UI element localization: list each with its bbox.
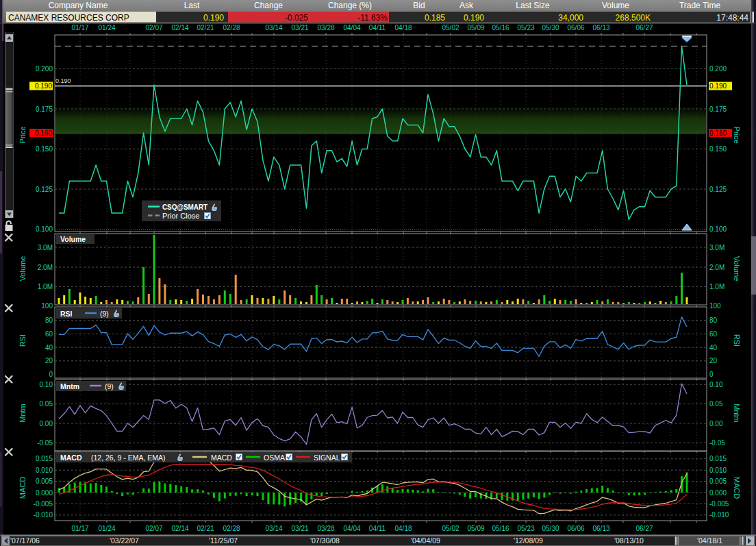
svg-text:0.125: 0.125 xyxy=(709,186,727,193)
svg-text:0.10: 0.10 xyxy=(40,381,53,388)
svg-text:CSQ@SMART: CSQ@SMART xyxy=(162,203,207,211)
svg-text:'04/04/09: '04/04/09 xyxy=(411,536,440,545)
svg-text:0.150: 0.150 xyxy=(709,145,727,153)
svg-text:Mntm: Mntm xyxy=(18,404,27,423)
svg-text:-0.010: -0.010 xyxy=(34,511,53,519)
svg-text:-0.005: -0.005 xyxy=(34,500,53,508)
svg-text:0.00: 0.00 xyxy=(40,420,53,427)
svg-text:'07/17/06: '07/17/06 xyxy=(10,536,40,545)
svg-text:03/21: 03/21 xyxy=(291,24,308,32)
svg-text:0.125: 0.125 xyxy=(36,186,53,193)
svg-text:05/16: 05/16 xyxy=(492,24,509,32)
svg-text:Mntm: Mntm xyxy=(733,404,741,423)
svg-text:0.190: 0.190 xyxy=(55,77,71,84)
svg-text:0.160: 0.160 xyxy=(35,129,52,137)
svg-text:0.010: 0.010 xyxy=(36,467,53,474)
svg-text:0.175: 0.175 xyxy=(36,106,53,113)
svg-text:0.175: 0.175 xyxy=(709,106,727,113)
svg-text:Company Name: Company Name xyxy=(49,1,108,10)
svg-text:17:48:44: 17:48:44 xyxy=(716,13,748,23)
svg-text:'03/22/07: '03/22/07 xyxy=(110,536,139,545)
svg-text:05/30: 05/30 xyxy=(542,24,559,32)
svg-text:Price: Price xyxy=(18,126,27,143)
svg-text:06/27: 06/27 xyxy=(635,24,653,32)
svg-text:-0.010: -0.010 xyxy=(709,511,729,519)
svg-text:Volume: Volume xyxy=(602,1,629,10)
svg-text:02/21: 02/21 xyxy=(197,24,214,32)
svg-text:05/09: 05/09 xyxy=(467,525,484,532)
svg-text:(9): (9) xyxy=(105,382,114,390)
svg-text:3.0M: 3.0M xyxy=(38,244,53,251)
svg-text:Price: Price xyxy=(733,126,741,143)
svg-text:'12/08/09: '12/08/09 xyxy=(514,536,543,545)
svg-text:0.00: 0.00 xyxy=(709,420,723,427)
svg-text:Change: Change xyxy=(254,1,283,10)
svg-text:Change (%): Change (%) xyxy=(328,1,372,10)
svg-text:Trade Time: Trade Time xyxy=(679,1,721,10)
svg-text:03/14: 03/14 xyxy=(265,24,282,32)
svg-text:80: 80 xyxy=(709,317,718,324)
svg-text:34,000: 34,000 xyxy=(558,13,583,23)
svg-text:0.190: 0.190 xyxy=(203,13,224,23)
svg-text:05/09: 05/09 xyxy=(467,24,484,32)
svg-text:02/07: 02/07 xyxy=(145,24,162,32)
svg-text:-0.025: -0.025 xyxy=(285,13,308,23)
svg-text:Prior Close: Prior Close xyxy=(162,212,199,220)
svg-text:02/14: 02/14 xyxy=(171,525,188,532)
svg-text:0.100: 0.100 xyxy=(36,225,53,233)
svg-text:0.000: 0.000 xyxy=(709,489,727,497)
svg-text:05/02: 05/02 xyxy=(442,525,459,532)
svg-text:02/28: 02/28 xyxy=(223,24,240,32)
svg-text:06/06: 06/06 xyxy=(567,24,584,32)
svg-text:0.015: 0.015 xyxy=(36,455,53,462)
svg-text:Ask: Ask xyxy=(459,1,474,10)
svg-text:02/07: 02/07 xyxy=(145,525,162,532)
svg-text:'04/18/1: '04/18/1 xyxy=(697,536,722,545)
svg-text:02/28: 02/28 xyxy=(223,525,240,532)
svg-text:04/18: 04/18 xyxy=(394,24,412,32)
svg-text:'08/13/10: '08/13/10 xyxy=(614,536,644,545)
svg-text:-0.05: -0.05 xyxy=(709,439,725,447)
svg-text:1.0M: 1.0M xyxy=(38,283,53,290)
svg-text:06/13: 06/13 xyxy=(592,24,609,32)
svg-text:06/06: 06/06 xyxy=(567,525,584,532)
svg-text:Mntm: Mntm xyxy=(60,382,79,390)
svg-text:04/11: 04/11 xyxy=(369,525,386,532)
svg-text:03/14: 03/14 xyxy=(265,525,282,532)
svg-text:1.0M: 1.0M xyxy=(709,283,724,290)
svg-text:0.05: 0.05 xyxy=(709,400,723,408)
svg-text:04/04: 04/04 xyxy=(343,24,360,32)
svg-text:(9): (9) xyxy=(100,310,109,318)
svg-text:2.0M: 2.0M xyxy=(709,264,724,271)
svg-text:0.160: 0.160 xyxy=(709,129,727,137)
svg-text:0.005: 0.005 xyxy=(709,477,727,485)
svg-text:03/28: 03/28 xyxy=(317,525,334,532)
svg-text:'11/25/07: '11/25/07 xyxy=(209,536,238,545)
svg-text:03/28: 03/28 xyxy=(317,24,334,32)
svg-text:01/24: 01/24 xyxy=(98,24,115,32)
svg-text:40: 40 xyxy=(709,344,718,351)
svg-text:04/11: 04/11 xyxy=(369,24,386,32)
svg-text:0.185: 0.185 xyxy=(425,13,445,23)
svg-text:01/17: 01/17 xyxy=(71,24,88,32)
svg-text:CANAMEX RESOURCES CORP: CANAMEX RESOURCES CORP xyxy=(8,13,129,23)
svg-text:06/27: 06/27 xyxy=(635,525,653,532)
svg-text:0: 0 xyxy=(49,371,53,378)
svg-text:05/16: 05/16 xyxy=(492,525,509,532)
svg-text:0.100: 0.100 xyxy=(709,225,727,233)
svg-text:Last: Last xyxy=(184,1,200,10)
svg-text:100: 100 xyxy=(709,302,721,310)
svg-text:(12, 26, 9 - EMA, EMA): (12, 26, 9 - EMA, EMA) xyxy=(91,454,166,462)
svg-text:0.010: 0.010 xyxy=(709,467,727,474)
svg-text:0.190: 0.190 xyxy=(35,82,52,90)
svg-text:MACD: MACD xyxy=(733,477,741,499)
svg-text:03/21: 03/21 xyxy=(291,525,308,532)
svg-text:Volume: Volume xyxy=(60,235,86,243)
svg-text:0: 0 xyxy=(709,371,714,378)
svg-text:3.0M: 3.0M xyxy=(709,244,724,251)
svg-text:268.500K: 268.500K xyxy=(616,13,651,23)
svg-text:Last Size: Last Size xyxy=(516,1,550,10)
svg-text:-11.63%: -11.63% xyxy=(357,13,388,23)
svg-text:2.0M: 2.0M xyxy=(38,264,53,271)
svg-text:-0.05: -0.05 xyxy=(37,439,53,447)
